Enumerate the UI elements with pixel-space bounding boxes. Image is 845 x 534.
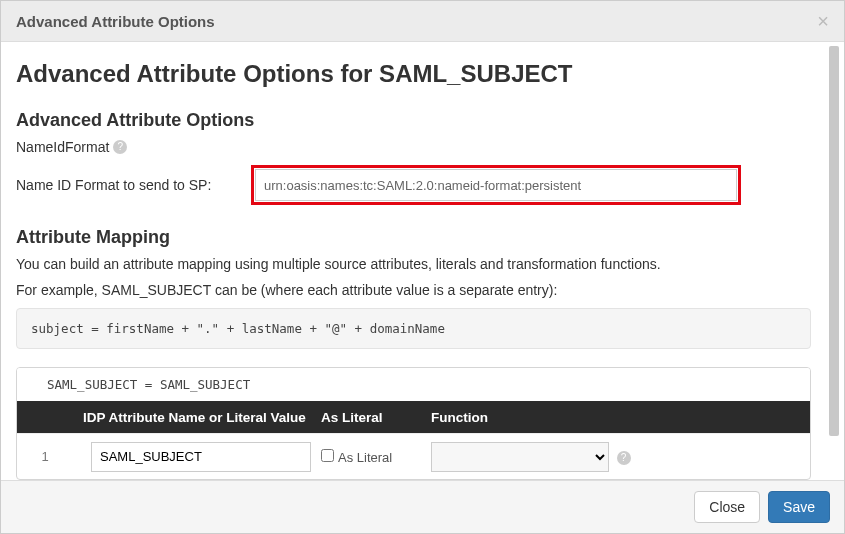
close-button[interactable]: Close [694,491,760,523]
table-row: 1 As Literal ? [17,433,810,479]
mapping-desc-2: For example, SAML_SUBJECT can be (where … [16,282,811,298]
col-as-literal: As Literal [321,410,431,425]
row-func-cell: ? [431,442,810,472]
modal-title: Advanced Attribute Options [16,13,215,30]
nameid-format-input[interactable] [255,169,737,201]
section-advanced-heading: Advanced Attribute Options [16,110,811,131]
scrollbar[interactable] [826,42,844,480]
mapping-example-code: subject = firstName + "." + lastName + "… [16,308,811,349]
function-select[interactable] [431,442,609,472]
row-literal-cell: As Literal [321,449,431,465]
mapping-table-header: IDP Attribute Name or Literal Value As L… [17,401,810,433]
row-attr-cell [73,442,321,472]
modal-header: Advanced Attribute Options × [1,1,844,42]
idp-attribute-input[interactable] [91,442,311,472]
col-attr-name: IDP Attribute Name or Literal Value [73,410,321,425]
mapping-panel: SAML_SUBJECT = SAML_SUBJECT IDP Attribut… [16,367,811,480]
col-function: Function [431,410,810,425]
help-icon[interactable]: ? [617,451,631,465]
help-icon[interactable]: ? [113,140,127,154]
modal-body: Advanced Attribute Options for SAML_SUBJ… [1,42,826,480]
save-button[interactable]: Save [768,491,830,523]
as-literal-label: As Literal [338,450,392,465]
current-mapping-expr: SAML_SUBJECT = SAML_SUBJECT [17,368,810,401]
nameid-format-field-label: Name ID Format to send to SP: [16,177,251,193]
as-literal-checkbox[interactable] [321,449,334,462]
nameid-format-highlight [251,165,741,205]
row-index: 1 [17,449,73,464]
nameid-format-label-row: NameIdFormat ? [16,139,811,155]
close-icon[interactable]: × [817,11,829,31]
section-mapping-heading: Attribute Mapping [16,227,811,248]
nameid-format-label: NameIdFormat [16,139,109,155]
page-title: Advanced Attribute Options for SAML_SUBJ… [16,60,811,88]
scrollbar-thumb[interactable] [829,46,839,436]
mapping-desc-1: You can build an attribute mapping using… [16,256,811,272]
modal-dialog: Advanced Attribute Options × Advanced At… [0,0,845,534]
nameid-format-row: Name ID Format to send to SP: [16,165,811,205]
modal-footer: Close Save [1,480,844,533]
modal-body-wrap: Advanced Attribute Options for SAML_SUBJ… [1,42,844,480]
scrollbar-track [829,42,841,480]
